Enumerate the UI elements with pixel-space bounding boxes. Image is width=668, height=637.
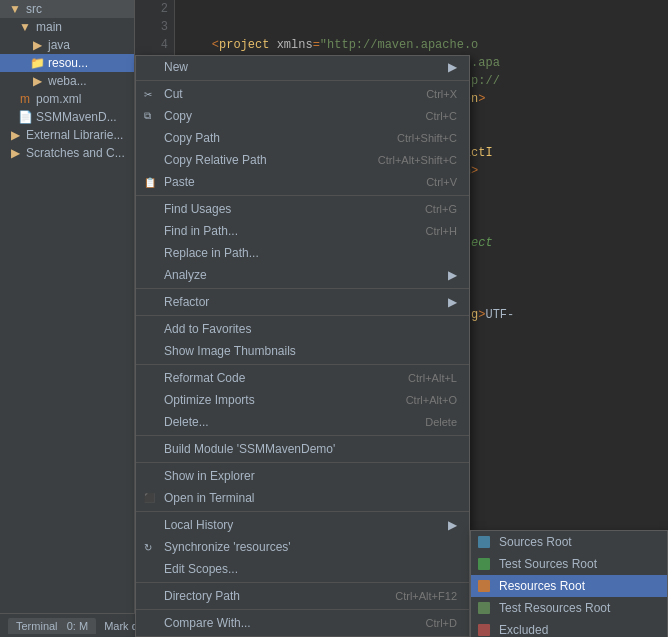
menu-shortcut-delete: Delete [425,416,457,428]
menu-item-paste[interactable]: 📋 Paste Ctrl+V [136,171,469,193]
sync-icon: ↻ [144,542,152,553]
sidebar-label-external: External Librarie... [26,128,123,142]
svg-rect-3 [478,602,490,614]
bottom-tab-terminal-label: Terminal [16,620,58,632]
submenu-label-excluded: Excluded [499,623,548,637]
xml-file-icon: m [18,92,32,106]
menu-shortcut-copy: Ctrl+C [426,110,457,122]
menu-item-build-module[interactable]: Build Module 'SSMMavenDemo' [136,438,469,460]
menu-item-copy-relative-path[interactable]: Copy Relative Path Ctrl+Alt+Shift+C [136,149,469,171]
menu-item-cut[interactable]: ✂ Cut Ctrl+X [136,83,469,105]
menu-label-add-favorites: Add to Favorites [164,322,251,336]
menu-label-open-terminal: Open in Terminal [164,491,255,505]
sidebar-item-pom[interactable]: m pom.xml [0,90,134,108]
folder-open-icon: ▼ [18,20,32,34]
menu-item-show-thumbnails[interactable]: Show Image Thumbnails [136,340,469,362]
sidebar-label-pom: pom.xml [36,92,81,106]
svg-rect-0 [478,536,490,548]
menu-label-reformat-code: Reformat Code [164,371,245,385]
submenu-item-excluded[interactable]: Excluded [471,619,667,637]
menu-item-delete[interactable]: Delete... Delete [136,411,469,433]
menu-item-local-history[interactable]: Local History ▶ [136,514,469,536]
menu-label-copy-path: Copy Path [164,131,220,145]
test-resources-root-icon [477,601,491,615]
menu-separator-8 [136,511,469,512]
sidebar-item-resources[interactable]: 📁 resou... [0,54,134,72]
sidebar-label-main: main [36,20,62,34]
sidebar-item-ssmdemo[interactable]: 📄 SSMMavenD... [0,108,134,126]
menu-separator-6 [136,435,469,436]
menu-item-optimize-imports[interactable]: Optimize Imports Ctrl+Alt+O [136,389,469,411]
arrow-icon: ▶ [448,60,457,74]
menu-item-edit-scopes[interactable]: Edit Scopes... [136,558,469,580]
submenu-label-test-sources-root: Test Sources Root [499,557,597,571]
sidebar-item-webapp[interactable]: ▶ weba... [0,72,134,90]
sidebar-label-src: src [26,2,42,16]
line-num-2: 2 [135,0,174,18]
svg-rect-4 [478,624,490,636]
sidebar-item-external-libraries[interactable]: ▶ External Librarie... [0,126,134,144]
submenu-label-resources-root: Resources Root [499,579,585,593]
menu-item-compare-with[interactable]: Compare With... Ctrl+D [136,612,469,634]
menu-separator-9 [136,582,469,583]
menu-shortcut-find-usages: Ctrl+G [425,203,457,215]
sidebar-label-scratches: Scratches and C... [26,146,125,160]
menu-separator-2 [136,195,469,196]
menu-label-refactor: Refactor [164,295,209,309]
sidebar-item-java[interactable]: ▶ java [0,36,134,54]
menu-item-directory-path[interactable]: Directory Path Ctrl+Alt+F12 [136,585,469,607]
submenu-item-sources-root[interactable]: Sources Root [471,531,667,553]
submenu-item-resources-root[interactable]: Resources Root [471,575,667,597]
submenu-label-sources-root: Sources Root [499,535,572,549]
menu-shortcut-copy-path: Ctrl+Shift+C [397,132,457,144]
submenu-item-test-sources-root[interactable]: Test Sources Root [471,553,667,575]
bottom-tab-terminal-number: 0: M [67,620,88,632]
menu-separator-3 [136,288,469,289]
menu-label-synchronize: Synchronize 'resources' [164,540,291,554]
menu-shortcut-optimize-imports: Ctrl+Alt+O [406,394,457,406]
resources-root-icon [477,579,491,593]
menu-label-directory-path: Directory Path [164,589,240,603]
menu-item-synchronize[interactable]: ↻ Synchronize 'resources' [136,536,469,558]
menu-label-optimize-imports: Optimize Imports [164,393,255,407]
menu-item-refactor[interactable]: Refactor ▶ [136,291,469,313]
menu-label-edit-scopes: Edit Scopes... [164,562,238,576]
sources-root-icon [477,535,491,549]
sidebar-label-webapp: weba... [48,74,87,88]
menu-label-copy: Copy [164,109,192,123]
menu-item-add-favorites[interactable]: Add to Favorites [136,318,469,340]
menu-separator-1 [136,80,469,81]
submenu-item-test-resources-root[interactable]: Test Resources Root [471,597,667,619]
menu-label-compare-with: Compare With... [164,616,251,630]
code-line-3: <project xmlns="http://maven.apache.o [183,18,660,36]
menu-item-reformat-code[interactable]: Reformat Code Ctrl+Alt+L [136,367,469,389]
paste-icon: 📋 [144,177,156,188]
menu-item-find-in-path[interactable]: Find in Path... Ctrl+H [136,220,469,242]
sidebar-item-src[interactable]: ▼ src [0,0,134,18]
menu-item-copy[interactable]: ⧉ Copy Ctrl+C [136,105,469,127]
menu-item-new[interactable]: New ▶ [136,56,469,78]
bottom-tab-terminal[interactable]: Terminal 0: M [8,618,96,634]
folder-open-icon: ▼ [8,2,22,16]
menu-label-show-explorer: Show in Explorer [164,469,255,483]
menu-item-analyze[interactable]: Analyze ▶ [136,264,469,286]
menu-item-open-terminal[interactable]: ⬛ Open in Terminal [136,487,469,509]
arrow-icon-refactor: ▶ [448,295,457,309]
menu-label-paste: Paste [164,175,195,189]
sidebar-item-main[interactable]: ▼ main [0,18,134,36]
sidebar-label-java: java [48,38,70,52]
menu-shortcut-directory-path: Ctrl+Alt+F12 [395,590,457,602]
sidebar-item-scratches[interactable]: ▶ Scratches and C... [0,144,134,162]
menu-label-replace-in-path: Replace in Path... [164,246,259,260]
menu-item-show-explorer[interactable]: Show in Explorer [136,465,469,487]
menu-item-find-usages[interactable]: Find Usages Ctrl+G [136,198,469,220]
menu-item-copy-path[interactable]: Copy Path Ctrl+Shift+C [136,127,469,149]
menu-label-find-usages: Find Usages [164,202,231,216]
file-icon: 📄 [18,110,32,124]
line-num-4: 4 [135,36,174,54]
menu-separator-10 [136,609,469,610]
menu-shortcut-reformat-code: Ctrl+Alt+L [408,372,457,384]
copy-icon: ⧉ [144,110,151,122]
menu-label-new: New [164,60,188,74]
menu-item-replace-in-path[interactable]: Replace in Path... [136,242,469,264]
